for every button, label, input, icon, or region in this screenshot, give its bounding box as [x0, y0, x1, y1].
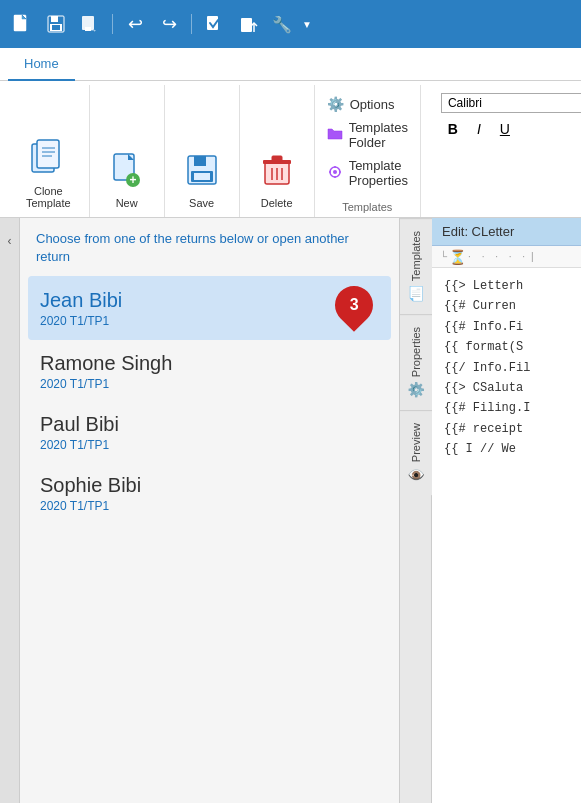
format-buttons: B I U	[441, 117, 581, 141]
client-sub: 2020 T1/TP1	[40, 438, 379, 452]
save-label: Save	[189, 197, 214, 209]
options-icon: ⚙️	[327, 96, 344, 112]
properties-side-tab[interactable]: ⚙️ Properties	[400, 314, 432, 410]
templates-folder-label: Templates Folder	[349, 120, 408, 150]
notification-badge: 3	[327, 279, 381, 333]
clone-group-buttons: Clone Template	[20, 85, 77, 217]
editor-header: Edit: CLetter	[432, 218, 581, 246]
svg-point-32	[333, 170, 337, 174]
ribbon-group-new: + New	[90, 85, 165, 217]
editor-ruler: └ ⏳ · · · · · |	[432, 246, 581, 268]
client-name: Jean Bibi	[40, 289, 122, 312]
template-properties-menu-item[interactable]: Template Properties	[319, 155, 416, 191]
ribbon-group-font: B I U	[420, 85, 581, 217]
clone-template-button[interactable]: Clone Template	[20, 134, 77, 213]
side-tabs: 📄 Templates ⚙️ Properties 👁️ Preview	[400, 218, 432, 803]
new-doc-icon[interactable]	[8, 10, 36, 38]
save-ribbon-icon	[186, 154, 218, 195]
client-item[interactable]: Paul Bibi 2020 T1/TP1	[28, 403, 391, 462]
separator-1	[112, 14, 113, 34]
properties-side-label: Properties	[410, 327, 422, 377]
templates-folder-icon	[327, 127, 343, 144]
templates-folder-menu-item[interactable]: Templates Folder	[319, 117, 416, 153]
options-label: Options	[350, 97, 395, 112]
editor-line: {{> CSaluta	[444, 378, 569, 398]
font-controls: B I U	[433, 85, 581, 149]
bold-button[interactable]: B	[441, 117, 465, 141]
templates-side-icon: 📄	[408, 285, 424, 302]
ruler-content: └	[440, 251, 447, 262]
client-sub: 2020 T1/TP1	[40, 314, 122, 328]
svg-rect-5	[52, 25, 60, 30]
doc-upload-icon[interactable]	[234, 10, 262, 38]
redo-icon[interactable]: ↪	[155, 10, 183, 38]
title-bar: → ↩ ↪ 🔧 ▼	[0, 0, 581, 48]
client-name: Paul Bibi	[40, 413, 379, 436]
options-menu-item[interactable]: ⚙️ Options	[319, 93, 416, 115]
badge-container: 3	[335, 286, 379, 330]
save-icon[interactable]	[42, 10, 70, 38]
clone-label: Clone Template	[26, 185, 71, 209]
ribbon-content: Clone Template + New	[0, 81, 581, 217]
collapse-panel-button[interactable]: ‹	[0, 218, 20, 803]
save-as-icon[interactable]: →	[76, 10, 104, 38]
delete-label: Delete	[261, 197, 293, 209]
preview-side-tab[interactable]: 👁️ Preview	[400, 410, 432, 495]
new-doc-ribbon-icon: +	[111, 152, 143, 195]
italic-button[interactable]: I	[467, 117, 491, 141]
ruler-dots: · · · · ·	[468, 251, 529, 262]
panel-instruction: Choose from one of the returns below or …	[20, 218, 399, 276]
editor-line: {{ format(S	[444, 337, 569, 357]
client-name: Ramone Singh	[40, 352, 379, 375]
font-name-input[interactable]	[441, 93, 581, 113]
editor-line: {{/ Info.Fil	[444, 358, 569, 378]
client-item[interactable]: Jean Bibi 2020 T1/TP1 3	[28, 276, 391, 340]
save-button[interactable]: Save	[177, 150, 227, 213]
ruler-bar: |	[531, 251, 534, 262]
ribbon: Home Clone Template	[0, 48, 581, 218]
ruler-cursor-icon: ⏳	[449, 249, 466, 265]
ribbon-group-delete: Delete	[240, 85, 315, 217]
delete-button[interactable]: Delete	[252, 150, 302, 213]
ribbon-menu-items: ⚙️ Options Templates Folder	[319, 85, 416, 199]
dropdown-icon[interactable]: ▼	[302, 19, 312, 30]
properties-side-icon: ⚙️	[408, 381, 424, 398]
underline-button[interactable]: U	[493, 117, 517, 141]
editor-line: {{> Letterh	[444, 276, 569, 296]
svg-rect-3	[51, 16, 58, 22]
client-item[interactable]: Ramone Singh 2020 T1/TP1	[28, 342, 391, 401]
clone-icon	[30, 138, 66, 183]
client-item[interactable]: Sophie Bibi 2020 T1/TP1	[28, 464, 391, 523]
preview-side-icon: 👁️	[408, 466, 424, 483]
wrench-icon[interactable]: 🔧	[268, 10, 296, 38]
templates-side-label: Templates	[410, 231, 422, 281]
templates-panel: Choose from one of the returns below or …	[20, 218, 400, 803]
editor-line: {{# Curren	[444, 296, 569, 316]
template-properties-label: Template Properties	[349, 158, 408, 188]
client-sub: 2020 T1/TP1	[40, 499, 379, 513]
ribbon-group-save: Save	[165, 85, 240, 217]
collapse-icon: ‹	[8, 234, 12, 248]
svg-rect-10	[241, 18, 252, 32]
svg-text:+: +	[129, 173, 136, 187]
ribbon-group-menu: ⚙️ Options Templates Folder	[315, 85, 420, 217]
tab-home[interactable]: Home	[8, 48, 75, 81]
svg-rect-27	[272, 156, 282, 161]
ribbon-tabs: Home	[0, 48, 581, 81]
svg-rect-24	[194, 173, 210, 180]
editor-content[interactable]: {{> Letterh {{# Curren {{# Info.Fi {{ fo…	[432, 268, 581, 803]
editor-panel: Edit: CLetter └ ⏳ · · · · · | {{> Letter…	[432, 218, 581, 803]
separator-2	[191, 14, 192, 34]
delete-icon	[261, 154, 293, 195]
client-sub: 2020 T1/TP1	[40, 377, 379, 391]
preview-side-label: Preview	[410, 423, 422, 462]
main-area: ‹ Choose from one of the returns below o…	[0, 218, 581, 803]
editor-line: {{# receipt	[444, 419, 569, 439]
templates-side-tab[interactable]: 📄 Templates	[400, 218, 432, 314]
new-label: New	[116, 197, 138, 209]
svg-text:→: →	[89, 26, 97, 34]
editor-line: {{# Info.Fi	[444, 317, 569, 337]
doc-check-icon[interactable]	[200, 10, 228, 38]
undo-icon[interactable]: ↩	[121, 10, 149, 38]
new-button[interactable]: + New	[102, 148, 152, 213]
